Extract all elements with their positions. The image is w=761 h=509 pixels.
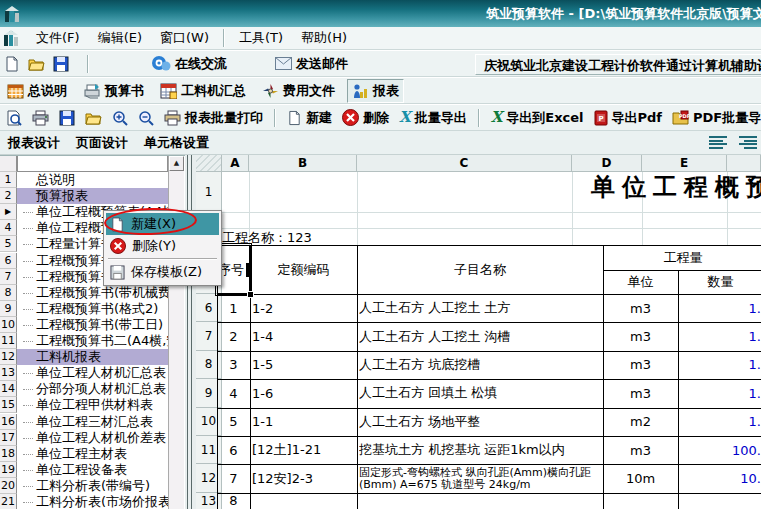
- reports-button[interactable]: 报表: [347, 79, 404, 103]
- sheet-corner-cell[interactable]: [196, 155, 222, 172]
- header-qty[interactable]: 数量: [678, 270, 761, 294]
- cell-seq[interactable]: 6: [217, 436, 250, 464]
- header-name[interactable]: 子目名称: [357, 246, 603, 294]
- cell-name[interactable]: 人工土石方 场地平整: [359, 408, 602, 436]
- sidebar-item[interactable]: 单位工程甲供材料表: [17, 397, 168, 413]
- column-header-D[interactable]: D: [572, 155, 642, 172]
- cell-unit[interactable]: [603, 493, 678, 509]
- cell-code[interactable]: [252, 493, 357, 509]
- tab-report-design[interactable]: 报表设计: [0, 131, 68, 155]
- sidebar-item[interactable]: 工程概预算书二(A4横,安装: [17, 333, 168, 349]
- sidebar-item[interactable]: 工程概预算书(格式2): [17, 301, 168, 317]
- delete-report-button[interactable]: 删除: [338, 107, 393, 129]
- sidebar-item[interactable]: 单位工程人材机价差表: [17, 430, 168, 446]
- sidebar-item[interactable]: 分部分项人材机汇总表: [17, 381, 168, 397]
- sidebar-item[interactable]: 单位工程主材表: [17, 446, 168, 462]
- cell-unit[interactable]: m3: [603, 294, 678, 322]
- cell-seq[interactable]: 5: [217, 408, 250, 436]
- print-preview-button[interactable]: [2, 108, 26, 128]
- zoom-out-button[interactable]: [134, 108, 158, 128]
- column-header-partial[interactable]: [727, 155, 761, 172]
- menu-help[interactable]: 帮助(H): [292, 27, 356, 49]
- cell-unit[interactable]: m3: [603, 351, 678, 379]
- new-report-button[interactable]: 新建: [283, 107, 336, 129]
- sidebar-item[interactable]: 工料分析表(带编号): [17, 478, 168, 494]
- cell-seq[interactable]: 4: [217, 379, 250, 407]
- send-mail-button[interactable]: 发送邮件: [271, 53, 352, 75]
- menu-edit[interactable]: 编辑(E): [89, 27, 151, 49]
- cell-unit[interactable]: m3: [603, 436, 678, 464]
- cell-qty[interactable]: [678, 493, 761, 509]
- cell-qty[interactable]: 10.: [678, 464, 761, 492]
- sidebar-item[interactable]: 工料分析表(市场价报表): [17, 494, 168, 509]
- tab-cell-settings[interactable]: 单元格设置: [136, 131, 217, 155]
- save-button[interactable]: [49, 54, 73, 74]
- sidebar-item[interactable]: 单位工程三材汇总表: [17, 414, 168, 430]
- cell-unit[interactable]: m3: [603, 379, 678, 407]
- scroll-up-icon[interactable]: ▲: [169, 156, 184, 171]
- sidebar-item[interactable]: 单位工程人材机汇总表: [17, 365, 168, 381]
- export-excel-button[interactable]: X 导出到Excel: [487, 107, 588, 129]
- header-qty-group[interactable]: 工程量: [603, 246, 761, 270]
- cell-qty[interactable]: 1.: [678, 408, 761, 436]
- cell-name[interactable]: [359, 493, 602, 509]
- column-header-B[interactable]: B: [249, 155, 357, 172]
- cell-name[interactable]: 固定形式-弯钩螺栓式 纵向孔距(Amm)横向孔距(Bmm) A=675 轨道型号…: [359, 464, 602, 492]
- cell-name[interactable]: 人工土石方 回填土 松填: [359, 379, 602, 407]
- cell-code[interactable]: [12安]2-3: [252, 464, 357, 492]
- sidebar-item[interactable]: 工料机报表: [17, 349, 168, 365]
- cell-name[interactable]: 挖基坑土方 机挖基坑 运距1km以内: [359, 436, 602, 464]
- cell-qty[interactable]: 1.: [678, 294, 761, 322]
- open-file-button[interactable]: [24, 54, 49, 74]
- selection-handle[interactable]: [247, 291, 254, 298]
- cell-qty[interactable]: 100.: [678, 436, 761, 464]
- pdf-batch-export-button[interactable]: PDF PDF批量导出: [668, 107, 761, 129]
- cost-file-button[interactable]: 费用文件: [258, 80, 339, 102]
- batch-export-button[interactable]: X 批量导出: [395, 107, 471, 129]
- column-header-A[interactable]: A: [222, 155, 249, 172]
- cell-qty[interactable]: 1.: [678, 322, 761, 350]
- cell-seq[interactable]: 2: [217, 322, 250, 350]
- cell-name[interactable]: 人工土石方 人工挖土 沟槽: [359, 322, 602, 350]
- sidebar-item[interactable]: 总说明: [17, 172, 168, 188]
- budget-book-button[interactable]: 预算书: [79, 80, 148, 102]
- cell-code[interactable]: 1-5: [252, 351, 357, 379]
- online-chat-button[interactable]: 在线交流: [147, 53, 231, 75]
- cell-unit[interactable]: 10m: [603, 464, 678, 492]
- cell-seq[interactable]: 7: [217, 464, 250, 492]
- open-button[interactable]: [81, 108, 106, 128]
- column-header-E[interactable]: E: [642, 155, 727, 172]
- align-left-icon[interactable]: [709, 135, 727, 150]
- sidebar-item[interactable]: 工程概预算书(带工日): [17, 317, 168, 333]
- row-header-1[interactable]: 1: [196, 172, 222, 212]
- column-header-C[interactable]: C: [357, 155, 572, 172]
- cell-name[interactable]: 人工土石方 人工挖土 土方: [359, 294, 602, 322]
- pane-splitter[interactable]: [185, 155, 196, 509]
- sidebar-item[interactable]: 工程概预算书(带机械费): [17, 285, 168, 301]
- cell-code[interactable]: [12土]1-21: [252, 436, 357, 464]
- general-notes-button[interactable]: 总说明: [3, 80, 71, 102]
- new-file-button[interactable]: [0, 54, 24, 74]
- print-button[interactable]: [28, 108, 53, 128]
- cell-seq[interactable]: 1: [217, 294, 250, 322]
- align-right-icon[interactable]: [739, 135, 757, 150]
- menu-window[interactable]: 窗口(W): [151, 27, 218, 49]
- header-code[interactable]: 定额编码: [250, 246, 357, 294]
- cell-code[interactable]: 1-4: [252, 322, 357, 350]
- sidebar-item[interactable]: 预算报表: [17, 188, 168, 204]
- sidebar-item[interactable]: 单位工程设备表: [17, 462, 168, 478]
- cell-qty[interactable]: 1.: [678, 379, 761, 407]
- cell-name[interactable]: 人工土石方 坑底挖槽: [359, 351, 602, 379]
- cell-unit[interactable]: m2: [603, 408, 678, 436]
- cell-unit[interactable]: m3: [603, 322, 678, 350]
- batch-print-button[interactable]: 报表批量打印: [160, 107, 267, 129]
- cell-code[interactable]: 1-6: [252, 379, 357, 407]
- cell-qty[interactable]: 1.: [678, 351, 761, 379]
- tab-page-design[interactable]: 页面设计: [68, 131, 136, 155]
- labor-material-summary-button[interactable]: 工料机汇总: [156, 80, 250, 102]
- cell-seq[interactable]: 8: [217, 493, 250, 509]
- menu-tools[interactable]: 工具(T): [230, 27, 292, 49]
- zoom-in-button[interactable]: [108, 108, 132, 128]
- context-menu-delete[interactable]: 删除(Y): [106, 235, 219, 257]
- save-button[interactable]: [55, 108, 79, 128]
